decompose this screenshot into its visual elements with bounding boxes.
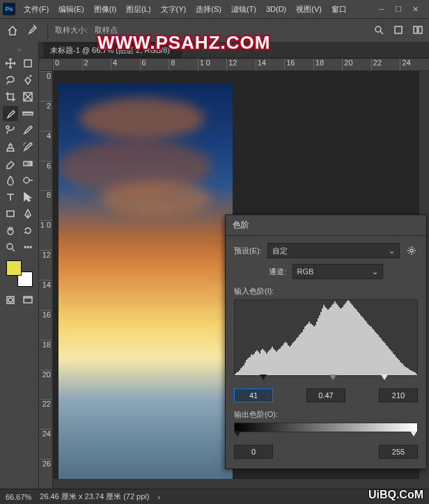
clone-stamp-tool[interactable] (3, 139, 18, 155)
history-brush-tool[interactable] (20, 139, 36, 155)
eyedropper-tool[interactable] (3, 106, 18, 121)
white-point-slider[interactable] (381, 375, 388, 380)
svg-point-13 (27, 246, 29, 248)
menu-select[interactable]: 选择(S) (192, 2, 226, 17)
svg-point-18 (410, 249, 413, 252)
svg-point-9 (24, 178, 29, 183)
dodge-tool[interactable] (20, 173, 36, 188)
output-white-slider[interactable] (410, 431, 417, 436)
screen-mode-button[interactable] (20, 292, 36, 308)
dialog-title[interactable]: 色阶 (226, 215, 426, 236)
gradient-tool[interactable] (20, 156, 36, 171)
white-input-value[interactable]: 210 (379, 388, 418, 402)
zoom-tool[interactable] (3, 239, 18, 255)
divider (47, 23, 48, 38)
scrollbar-horizontal[interactable] (53, 479, 419, 489)
svg-rect-3 (419, 26, 422, 33)
home-icon[interactable] (6, 24, 20, 38)
preset-select[interactable]: 自定 ⌄ (267, 243, 400, 258)
output-slider-track[interactable] (234, 431, 418, 441)
ruler-vertical[interactable]: 024681 01214161820222426 (39, 71, 53, 489)
canvas-image[interactable] (58, 84, 233, 487)
blur-tool[interactable] (3, 173, 18, 188)
eraser-tool[interactable] (3, 156, 18, 171)
frame-tool[interactable] (20, 89, 36, 104)
sample-size-label: 取样大小: (55, 25, 88, 36)
move-tool[interactable] (3, 56, 18, 71)
output-black-value[interactable]: 0 (234, 445, 273, 459)
quick-select-tool[interactable] (20, 72, 36, 88)
menu-window[interactable]: 窗口 (327, 2, 351, 17)
healing-brush-tool[interactable] (3, 123, 18, 138)
ps-logo: Ps (3, 3, 15, 15)
output-black-slider[interactable] (234, 431, 241, 436)
channel-label: 通道: (269, 267, 286, 277)
chevron-down-icon: ⌄ (389, 246, 395, 255)
gamma-slider[interactable] (329, 375, 336, 380)
close-button[interactable]: ✕ (410, 3, 421, 15)
edit-toolbar[interactable] (20, 239, 36, 255)
workspace-icon[interactable] (412, 24, 423, 37)
histogram[interactable] (234, 299, 418, 376)
menu-image[interactable]: 图像(I) (90, 2, 120, 17)
input-levels-label: 输入色阶(I): (234, 286, 418, 297)
svg-rect-10 (7, 211, 14, 216)
channel-select[interactable]: RGB ⌄ (292, 264, 383, 279)
foreground-color-swatch[interactable] (6, 260, 22, 276)
panel-grip-icon[interactable]: ›› (17, 46, 22, 52)
maximize-button[interactable]: ☐ (393, 3, 404, 15)
svg-rect-8 (24, 162, 32, 166)
levels-dialog: 色阶 预设(E): 自定 ⌄ 通道: RGB ⌄ 输入色阶(I): 4 (225, 214, 427, 469)
menu-edit[interactable]: 编辑(E) (54, 2, 88, 17)
svg-point-14 (30, 246, 31, 248)
input-slider-track[interactable] (234, 375, 418, 384)
search-icon[interactable] (373, 24, 384, 37)
black-input-value[interactable]: 41 (234, 388, 273, 402)
svg-point-11 (7, 244, 13, 249)
pen-tool[interactable] (20, 206, 36, 221)
black-point-slider[interactable] (260, 375, 267, 380)
color-swatches[interactable] (6, 260, 33, 287)
hand-tool[interactable] (3, 223, 18, 238)
menu-bar: Ps 文件(F) 编辑(E) 图像(I) 图层(L) 文字(Y) 选择(S) 滤… (0, 0, 429, 18)
ruler-horizontal[interactable]: 024681 012141618202224 (53, 58, 429, 71)
status-chevron-icon[interactable]: › (157, 493, 160, 501)
output-white-value[interactable]: 255 (379, 445, 418, 459)
tools-panel: ›› (0, 42, 39, 489)
window-controls: ─ ☐ ✕ (376, 3, 426, 15)
artboard-tool[interactable] (20, 56, 36, 71)
minimize-button[interactable]: ─ (376, 3, 387, 15)
chevron-down-icon: ⌄ (372, 267, 378, 276)
crop-tool[interactable] (3, 89, 18, 104)
brush-tool[interactable] (20, 123, 36, 138)
svg-rect-1 (395, 26, 402, 33)
preset-menu-button[interactable] (405, 244, 418, 257)
rotate-view-tool[interactable] (20, 223, 36, 238)
menu-filter[interactable]: 滤镜(T) (227, 2, 260, 17)
gamma-input-value[interactable]: 0.47 (306, 388, 345, 402)
watermark-bottom: UiBQ.CoM (368, 489, 423, 501)
menu-3d[interactable]: 3D(D) (262, 3, 290, 15)
status-bar: 66.67% 26.46 厘米 x 23.74 厘米 (72 ppi) › (0, 489, 429, 504)
lasso-tool[interactable] (3, 72, 18, 88)
svg-point-16 (8, 298, 13, 302)
current-tool-eyedropper-icon[interactable] (26, 24, 40, 38)
quick-mask-button[interactable] (3, 292, 18, 308)
preset-label: 预设(E): (234, 246, 262, 256)
document-dimensions[interactable]: 26.46 厘米 x 23.74 厘米 (72 ppi) (40, 491, 149, 502)
zoom-level[interactable]: 66.67% (6, 493, 31, 501)
ruler-tool[interactable] (20, 106, 36, 121)
menu-type[interactable]: 文字(Y) (157, 2, 191, 17)
rectangle-tool[interactable] (3, 206, 18, 221)
svg-rect-2 (414, 26, 417, 33)
path-select-tool[interactable] (20, 189, 36, 205)
svg-point-12 (24, 246, 26, 248)
menu-file[interactable]: 文件(F) (20, 2, 53, 17)
menu-view[interactable]: 视图(V) (292, 2, 326, 17)
svg-rect-4 (24, 60, 31, 67)
share-icon[interactable] (393, 24, 404, 37)
type-tool[interactable] (3, 189, 18, 205)
menu-layer[interactable]: 图层(L) (122, 2, 155, 17)
svg-point-7 (6, 126, 9, 129)
ruler-origin[interactable] (39, 58, 53, 71)
